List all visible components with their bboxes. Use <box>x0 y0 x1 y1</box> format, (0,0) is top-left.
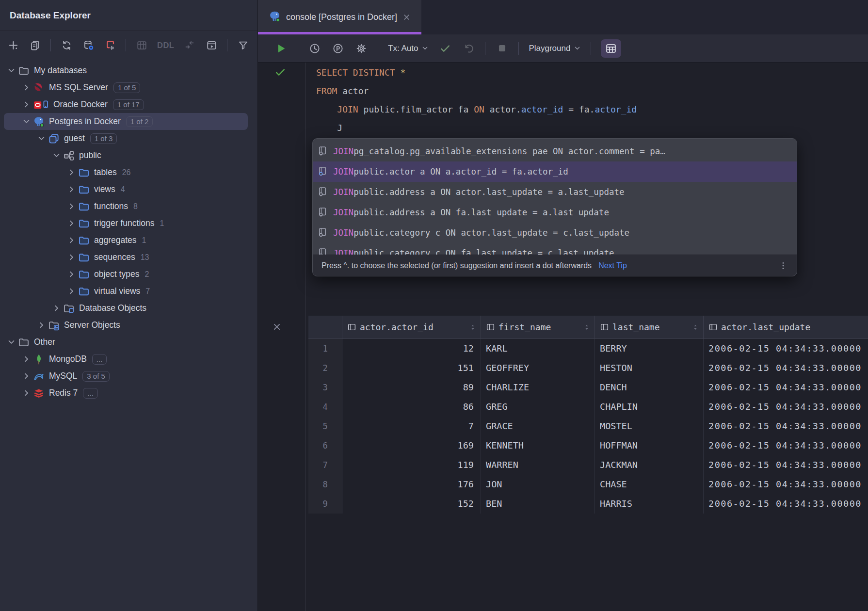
sort-arrows-icon[interactable] <box>583 323 591 331</box>
tab-console[interactable]: console [Postgres in Docker] <box>258 0 421 34</box>
toolbar-separator <box>591 42 591 55</box>
table-row[interactable]: 9152BENHARRIS2006-02-15 04:34:33.00000 <box>308 494 868 514</box>
column-header-first-name[interactable]: first_name <box>481 316 595 339</box>
table-row[interactable]: 57GRACEMOSTEL2006-02-15 04:34:33.00000 <box>308 417 868 436</box>
next-tip-link[interactable]: Next Tip <box>598 261 627 270</box>
column-header-last-name[interactable]: last_name <box>595 316 704 339</box>
sort-arrows-icon[interactable] <box>469 323 477 331</box>
tree-item-virtual-views[interactable]: virtual views7 <box>4 283 248 300</box>
table-row[interactable]: 2151GEOFFREYHESTON2006-02-15 04:34:33.00… <box>308 358 868 378</box>
tree-item-redis-7[interactable]: Redis 7... <box>4 385 248 402</box>
tree-item-postgres-in-docker[interactable]: Postgres in Docker1 of 2 <box>4 113 248 130</box>
completion-item[interactable]: JOIN public.actor a ON a.actor_id = fa.a… <box>313 161 797 182</box>
completion-item[interactable]: JOIN public.address a ON fa.last_update … <box>313 202 797 223</box>
stop-icon[interactable] <box>495 42 509 55</box>
join-suggestion-icon <box>318 145 329 157</box>
add-icon[interactable] <box>7 39 19 51</box>
code-line[interactable]: JOIN public.film_actor fa ON actor.actor… <box>316 100 637 119</box>
editor-pane[interactable]: SELECT DISTINCT *FROM actor JOIN public.… <box>258 63 868 611</box>
chevron-right-icon[interactable] <box>65 200 78 213</box>
close-results-button[interactable] <box>270 320 284 334</box>
chevron-right-icon[interactable] <box>20 353 32 366</box>
table-row[interactable]: 389CHARLIZEDENCH2006-02-15 04:34:33.0000… <box>308 378 868 397</box>
cell-last-name: HOFFMAN <box>595 436 704 455</box>
tree-item-aggregates[interactable]: aggregates1 <box>4 232 248 249</box>
tree-item-trigger-functions[interactable]: trigger functions1 <box>4 215 248 232</box>
settings-icon[interactable] <box>354 42 368 55</box>
tree-item-mysql[interactable]: MySQL3 of 5 <box>4 368 248 385</box>
table-row[interactable]: 8176JONCHASE2006-02-15 04:34:33.00000 <box>308 475 868 494</box>
jump-to-console-icon[interactable] <box>183 39 196 51</box>
chevron-right-icon[interactable] <box>65 251 78 264</box>
history-icon[interactable] <box>308 42 321 55</box>
disconnect-icon[interactable] <box>104 39 116 51</box>
tree-item-my-databases[interactable]: My databases <box>4 62 248 79</box>
chevron-right-icon[interactable] <box>65 166 78 179</box>
table-icon[interactable] <box>135 39 148 51</box>
close-tab-icon[interactable] <box>402 13 411 21</box>
tree-item-public[interactable]: public <box>4 147 248 164</box>
chevron-right-icon[interactable] <box>20 81 32 94</box>
code-line[interactable]: J <box>316 119 637 137</box>
column-header-actor-actor-id[interactable]: actor.actor_id <box>342 316 481 339</box>
row-number: 4 <box>308 397 342 417</box>
ddl-button[interactable]: DDL <box>157 41 174 50</box>
chevron-down-icon[interactable] <box>50 149 63 162</box>
table-row[interactable]: 7119WARRENJACKMAN2006-02-15 04:34:33.000… <box>308 455 868 475</box>
chevron-down-icon[interactable] <box>5 336 17 349</box>
refresh-icon[interactable] <box>60 39 73 51</box>
table-row[interactable]: 112KARLBERRY2006-02-15 04:34:33.00000 <box>308 339 868 358</box>
playground-selector[interactable]: Playground <box>529 44 581 53</box>
chevron-right-icon[interactable] <box>20 387 32 400</box>
table-row[interactable]: 6169KENNETHHOFFMAN2006-02-15 04:34:33.00… <box>308 436 868 455</box>
code-line[interactable]: SELECT DISTINCT * <box>316 64 637 82</box>
tree-item-ms-sql-server[interactable]: MS SQL Server1 of 5 <box>4 79 248 96</box>
chevron-right-icon[interactable] <box>35 319 48 332</box>
tree-item-object-types[interactable]: object types2 <box>4 266 248 283</box>
parameters-icon[interactable] <box>331 42 345 55</box>
code-line[interactable]: FROM actor <box>316 82 637 100</box>
chevron-right-icon[interactable] <box>20 370 32 383</box>
data-source-properties-icon[interactable] <box>82 39 95 51</box>
commit-icon[interactable] <box>438 42 452 55</box>
tree-item-sequences[interactable]: sequences13 <box>4 249 248 266</box>
chevron-right-icon[interactable] <box>50 302 63 315</box>
cell-last-update: 2006-02-15 04:34:33.00000 <box>704 455 868 475</box>
chevron-right-icon[interactable] <box>65 268 78 281</box>
cell-actor-id: 151 <box>342 358 481 378</box>
table-row[interactable]: 486GREGCHAPLIN2006-02-15 04:34:33.00000 <box>308 397 868 417</box>
chevron-right-icon[interactable] <box>65 217 78 230</box>
kebab-menu-icon[interactable] <box>778 261 788 271</box>
tree-item-mongodb[interactable]: MongoDB... <box>4 351 248 368</box>
row-number: 3 <box>308 378 342 397</box>
suggestion-text: public.category c ON fa.last_update = c.… <box>354 248 614 255</box>
inline-results-toggle[interactable] <box>601 39 621 58</box>
chevron-down-icon[interactable] <box>35 132 48 145</box>
chevron-down-icon[interactable] <box>20 115 32 128</box>
tree-item-tables[interactable]: tables26 <box>4 164 248 181</box>
tree-item-functions[interactable]: functions8 <box>4 198 248 215</box>
completion-item[interactable]: JOIN public.category c ON fa.last_update… <box>313 243 797 255</box>
chevron-down-icon[interactable] <box>5 64 17 77</box>
chevron-right-icon[interactable] <box>65 285 78 298</box>
filter-icon[interactable] <box>237 39 249 51</box>
tx-mode-selector[interactable]: Tx: Auto <box>388 44 429 53</box>
completion-item[interactable]: JOIN public.address a ON actor.last_upda… <box>313 182 797 202</box>
tree-item-server-objects[interactable]: Server Objects <box>4 317 248 334</box>
column-header-actor-last-update[interactable]: actor.last_update <box>704 316 868 339</box>
chevron-right-icon[interactable] <box>65 234 78 247</box>
sort-arrows-icon[interactable] <box>691 323 699 331</box>
chevron-right-icon[interactable] <box>20 98 32 111</box>
tree-item-oracle-docker[interactable]: Oracle Docker1 of 17 <box>4 96 248 113</box>
completion-item[interactable]: JOIN pg_catalog.pg_available_extensions … <box>313 141 797 161</box>
duplicate-icon[interactable] <box>29 39 41 51</box>
run-button[interactable] <box>274 42 288 55</box>
tree-item-views[interactable]: views4 <box>4 181 248 198</box>
rollback-icon[interactable] <box>462 42 475 55</box>
tree-item-other[interactable]: Other <box>4 334 248 351</box>
chevron-right-icon[interactable] <box>65 183 78 196</box>
completion-item[interactable]: JOIN public.category c ON actor.last_upd… <box>313 223 797 243</box>
tree-item-database-objects[interactable]: Database Objects <box>4 300 248 317</box>
open-query-console-icon[interactable] <box>205 39 218 51</box>
tree-item-guest[interactable]: guest1 of 3 <box>4 130 248 147</box>
